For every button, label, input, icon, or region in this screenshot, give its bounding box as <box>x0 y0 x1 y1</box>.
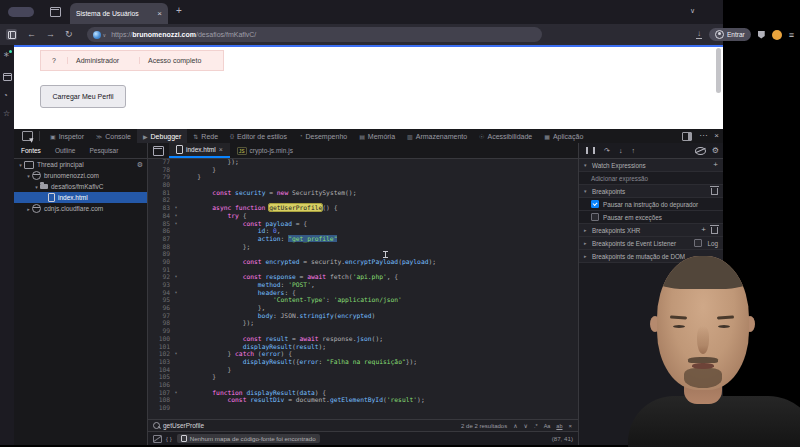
new-tab-button[interactable]: + <box>176 6 182 16</box>
line-number[interactable]: 84 <box>148 212 170 220</box>
downloads-icon[interactable]: ↓ <box>696 30 702 39</box>
devtools-tab-network[interactable]: ⇅Rede <box>187 129 224 143</box>
devtools-tab-inspector[interactable]: ▣Inspetor <box>44 129 90 143</box>
search-close-icon[interactable]: × <box>568 423 572 429</box>
pause-debugger-statement-option[interactable]: Pausar na instrução do depurador <box>579 198 723 211</box>
step-out-icon[interactable]: ↑ <box>631 147 635 154</box>
line-number[interactable]: 103 <box>148 358 170 366</box>
tree-caret-icon[interactable]: ▾ <box>25 173 32 179</box>
line-number[interactable]: 97 <box>148 312 170 320</box>
tree-item-index-html[interactable]: index.html <box>14 192 147 203</box>
prev-result-icon[interactable]: ∧ <box>513 422 517 429</box>
line-number[interactable]: 106 <box>148 381 170 389</box>
remove-xhr-breakpoints-icon[interactable] <box>711 227 718 234</box>
extension-icon[interactable] <box>758 31 765 39</box>
line-number[interactable]: 104 <box>148 366 170 374</box>
breakpoints-header[interactable]: ▾ Breakpoints <box>579 185 723 198</box>
list-tabs-chevron-icon[interactable]: ∨ <box>690 7 695 15</box>
tree-caret-icon[interactable]: ▾ <box>17 162 24 168</box>
file-tab-close-icon[interactable]: × <box>219 146 223 153</box>
tree-item-brunomenozzi-com[interactable]: ▾brunomenozzi.com <box>14 170 147 181</box>
fold-arrow-icon[interactable]: ▾ <box>170 204 182 212</box>
sources-collapse-icon[interactable] <box>153 146 164 156</box>
devtools-tab-performance[interactable]: ◔Desempenho <box>293 129 353 143</box>
remove-breakpoints-icon[interactable] <box>711 188 718 195</box>
ai-chat-icon[interactable]: ∗ <box>3 51 10 59</box>
line-number[interactable]: 86 <box>148 227 170 235</box>
add-watch-icon[interactable]: + <box>713 161 718 169</box>
disable-breakpoints-icon[interactable] <box>695 147 706 155</box>
sources-tab-fontes[interactable]: Fontes <box>14 147 48 154</box>
fold-arrow-icon[interactable]: ▾ <box>170 389 182 397</box>
fold-arrow-icon[interactable]: ▾ <box>170 289 182 297</box>
line-number[interactable]: 79 <box>148 173 170 181</box>
forward-icon[interactable]: → <box>46 30 55 39</box>
line-number[interactable]: 90 <box>148 258 170 266</box>
step-over-icon[interactable]: ↷ <box>604 147 610 154</box>
line-number[interactable]: 96 <box>148 304 170 312</box>
line-number[interactable]: 83 <box>148 204 170 212</box>
line-number[interactable]: 94 <box>148 289 170 297</box>
checkbox-checked-icon[interactable] <box>591 200 599 208</box>
pause-icon[interactable] <box>586 147 595 154</box>
line-number[interactable]: 105 <box>148 373 170 381</box>
history-clock-icon[interactable]: ◔ <box>3 92 8 100</box>
line-number[interactable]: 91 <box>148 266 170 274</box>
whole-word-toggle-icon[interactable]: ab <box>556 423 562 429</box>
line-number[interactable]: 82 <box>148 196 170 204</box>
pause-exceptions-option[interactable]: Pausar em exceções <box>579 211 723 224</box>
pretty-print-icon[interactable]: { } <box>166 436 172 442</box>
tree-caret-icon[interactable]: ▸ <box>25 206 32 212</box>
line-number[interactable]: 102 <box>148 350 170 358</box>
fold-arrow-icon[interactable]: ▾ <box>170 212 182 220</box>
devtools-close-icon[interactable]: × <box>714 132 719 140</box>
watch-expressions-header[interactable]: ▾ Watch Expressions + <box>579 159 723 172</box>
devtools-tab-accessibility[interactable]: ☉Acessibilidade <box>473 129 538 143</box>
line-number[interactable]: 98 <box>148 319 170 327</box>
devtools-tab-storage[interactable]: ▥Armazenamento <box>401 129 473 143</box>
line-number[interactable]: 107 <box>148 389 170 397</box>
file-tab-crypto-js[interactable]: JS crypto-js.min.js <box>230 143 300 158</box>
load-profile-button[interactable]: Carregar Meu Perfil <box>40 85 126 108</box>
line-number[interactable]: 80 <box>148 181 170 189</box>
fold-arrow-icon[interactable]: ▾ <box>170 350 182 358</box>
thread-settings-gear-icon[interactable]: ⚙ <box>137 161 143 169</box>
line-number[interactable]: 81 <box>148 189 170 197</box>
case-toggle-icon[interactable]: Aa <box>544 423 551 429</box>
code-area[interactable]: 77 });78 }79 }8081 const security = new … <box>148 158 578 419</box>
line-number[interactable]: 108 <box>148 396 170 404</box>
bookmarks-star-icon[interactable]: ☆ <box>3 110 10 118</box>
line-number[interactable]: 88 <box>148 243 170 251</box>
devtools-tab-application[interactable]: ▦Aplicação <box>538 129 589 143</box>
line-number[interactable]: 95 <box>148 296 170 304</box>
xhr-breakpoints-header[interactable]: ▸ Breakpoints XHR + <box>579 224 723 237</box>
sign-in-button[interactable]: Entrar <box>709 28 751 41</box>
step-in-icon[interactable]: ↓ <box>619 147 623 154</box>
line-number[interactable]: 89 <box>148 250 170 258</box>
devtools-tab-style-editor[interactable]: {}Editor de estilos <box>224 129 293 143</box>
sidebar-toggle-icon[interactable] <box>6 29 17 40</box>
fold-arrow-icon[interactable]: ▾ <box>170 273 182 281</box>
log-checkbox-icon[interactable] <box>694 239 702 247</box>
pick-element-icon[interactable] <box>22 131 33 141</box>
line-number[interactable]: 87 <box>148 235 170 243</box>
devtools-tab-console[interactable]: ≫Console <box>90 129 137 143</box>
add-xhr-breakpoint-icon[interactable]: + <box>701 226 706 234</box>
event-listener-breakpoints-header[interactable]: ▸ Breakpoints de Event Listener Log <box>579 237 723 250</box>
line-number[interactable]: 78 <box>148 166 170 174</box>
line-number[interactable]: 101 <box>148 343 170 351</box>
sources-tab-pesquisar[interactable]: Pesquisar <box>82 147 125 154</box>
back-icon[interactable]: ← <box>27 30 36 39</box>
tab-close-icon[interactable]: × <box>157 9 162 18</box>
line-number[interactable]: 77 <box>148 158 170 166</box>
page-scrollbar[interactable] <box>716 48 721 93</box>
browser-tab[interactable]: Sistema de Usuários × <box>70 3 168 24</box>
firefox-view-icon[interactable] <box>50 7 61 17</box>
line-number[interactable]: 93 <box>148 281 170 289</box>
blackbox-source-icon[interactable] <box>153 435 162 443</box>
window-controls[interactable] <box>8 7 34 17</box>
regex-toggle-icon[interactable]: .* <box>534 423 538 429</box>
permissions-chevron-icon[interactable]: ∨ <box>103 32 107 38</box>
devtools-tab-memory[interactable]: ▤Memória <box>353 129 401 143</box>
search-input[interactable]: getUserProfile <box>163 422 204 429</box>
